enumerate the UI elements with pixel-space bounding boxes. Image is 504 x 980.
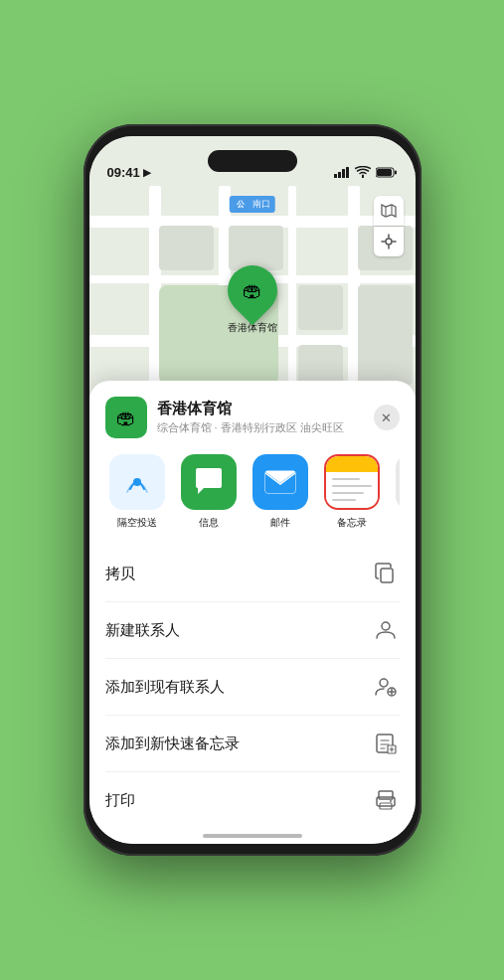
svg-point-33 [390,800,392,802]
status-time: 09:41 ▶ [107,165,151,180]
venue-info: 香港体育馆 综合体育馆 · 香港特别行政区 油尖旺区 [157,400,364,435]
messages-icon [181,454,237,510]
share-item-airdrop[interactable]: 隔空投送 [105,454,169,530]
menu-item-add-notes[interactable]: 添加到新快速备忘录 [105,716,400,772]
messages-label: 信息 [199,516,219,530]
copy-label: 拷贝 [105,565,135,583]
svg-point-18 [382,622,390,630]
phone-screen: 09:41 ▶ [89,136,416,844]
venue-subtitle: 综合体育馆 · 香港特别行政区 油尖旺区 [157,420,364,435]
airdrop-label: 隔空投送 [117,516,157,530]
notes-lines [326,472,378,508]
svg-point-19 [380,679,388,687]
share-row: 隔空投送 信息 [105,454,400,530]
svg-rect-2 [342,169,345,178]
venue-name: 香港体育馆 [157,400,364,418]
menu-item-copy[interactable]: 拷贝 [105,546,400,602]
menu-item-new-contact[interactable]: 新建联系人 [105,602,400,659]
menu-list: 拷贝 新建联系人 [105,546,400,828]
battery-icon [376,167,398,180]
menu-item-print[interactable]: 打印 [105,772,400,828]
more-icon [396,454,400,510]
mail-icon [252,454,308,510]
notes-top-bar [326,456,378,472]
map-type-button[interactable] [374,196,404,226]
venue-header: 🏟 香港体育馆 综合体育馆 · 香港特别行政区 油尖旺区 ✕ [105,397,400,438]
svg-rect-5 [395,170,397,174]
mail-label: 邮件 [270,516,290,530]
dynamic-island [208,150,297,172]
pin-icon: 🏟 [217,255,287,326]
wifi-icon [355,166,371,180]
add-notes-icon [372,730,400,757]
signal-icon [334,167,350,180]
location-arrow-icon: ▶ [143,167,151,178]
venue-icon: 🏟 [105,397,147,438]
phone-frame: 09:41 ▶ [84,124,421,856]
map-label: 公 南口 [229,196,275,213]
svg-rect-6 [377,169,392,176]
status-icons [334,166,398,180]
copy-icon [372,560,400,587]
add-notes-label: 添加到新快速备忘录 [105,735,240,753]
svg-rect-17 [381,569,393,582]
add-existing-label: 添加到现有联系人 [105,678,225,697]
print-icon [372,786,400,814]
bottom-sheet: 🏟 香港体育馆 综合体育馆 · 香港特别行政区 油尖旺区 ✕ [89,381,416,844]
close-button[interactable]: ✕ [374,405,400,430]
svg-rect-1 [338,172,341,178]
share-item-more[interactable]: 提 [392,454,400,530]
add-contact-icon [372,673,400,701]
svg-rect-30 [379,791,393,799]
new-contact-icon [372,616,400,644]
svg-rect-0 [334,174,337,178]
location-button[interactable] [374,227,404,256]
svg-point-9 [386,239,392,245]
svg-rect-3 [346,167,349,178]
share-item-mail[interactable]: 邮件 [249,454,312,530]
notes-icon [324,454,380,510]
share-item-notes[interactable]: 备忘录 [320,454,384,530]
share-item-messages[interactable]: 信息 [177,454,241,530]
time-display: 09:41 [107,165,140,180]
home-indicator [203,834,302,838]
new-contact-label: 新建联系人 [105,621,180,640]
map-controls [374,196,404,256]
location-pin: 🏟 香港体育馆 [228,265,277,335]
print-label: 打印 [105,791,135,810]
airdrop-icon [109,454,165,510]
notes-label: 备忘录 [337,516,367,530]
menu-item-add-existing[interactable]: 添加到现有联系人 [105,659,400,716]
